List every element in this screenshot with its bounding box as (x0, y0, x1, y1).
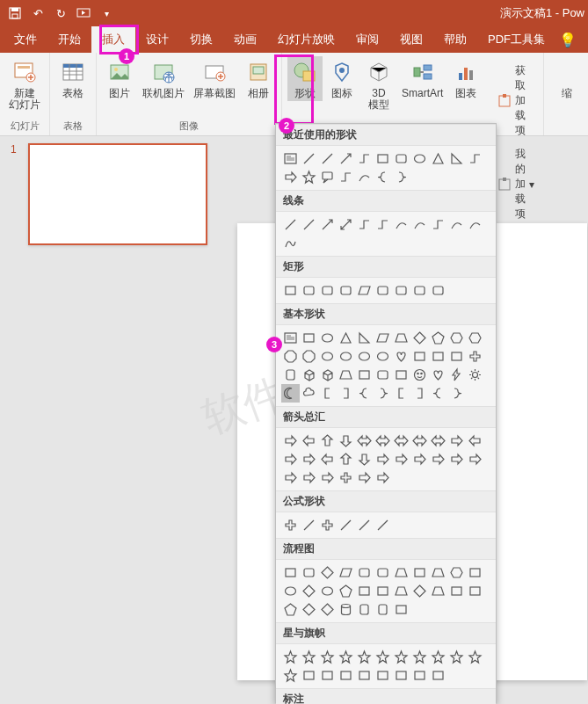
shape-heart[interactable] (392, 347, 410, 366)
shape-star[interactable] (318, 648, 337, 666)
shape-star[interactable] (374, 648, 392, 666)
shape-rect[interactable] (429, 666, 447, 685)
start-from-beginning-button[interactable] (74, 4, 93, 23)
shape-larr[interactable] (318, 450, 337, 468)
shape-lbrace[interactable] (355, 384, 374, 403)
tab-animations[interactable]: 动画 (223, 26, 267, 53)
shape-roundrect[interactable] (337, 281, 355, 300)
tab-review[interactable]: 审阅 (345, 26, 389, 53)
shape-smiley[interactable] (410, 366, 429, 384)
shape-oval[interactable] (281, 582, 300, 600)
shape-elbow[interactable] (355, 149, 374, 168)
shape-rbrace[interactable] (392, 168, 410, 186)
shape-rarr[interactable] (355, 468, 374, 487)
shape-roundrect[interactable] (429, 281, 447, 300)
shape-line[interactable] (300, 149, 318, 168)
shape-rtri[interactable] (447, 149, 466, 168)
tab-view[interactable]: 视图 (389, 26, 433, 53)
shape-star[interactable] (466, 648, 484, 666)
shape-oval[interactable] (318, 347, 337, 366)
tell-me-button[interactable]: 💡 (555, 26, 580, 53)
shape-lrarr[interactable] (374, 432, 392, 450)
shape-star[interactable] (410, 648, 429, 666)
shape-hex[interactable] (447, 563, 466, 582)
shape-trap[interactable] (429, 563, 447, 582)
shape-heart[interactable] (429, 366, 447, 384)
shape-elbow[interactable] (429, 215, 447, 234)
tab-file[interactable]: 文件 (4, 26, 47, 53)
shape-roundrect[interactable] (300, 281, 318, 300)
shape-lbrace[interactable] (429, 384, 447, 403)
shape-elbow[interactable] (355, 215, 374, 234)
shape-roundrect[interactable] (374, 563, 392, 582)
shape-hex[interactable] (447, 329, 466, 347)
my-addins-button[interactable]: 我的加载项 ▾ (494, 145, 538, 223)
shape-elbow[interactable] (374, 215, 392, 234)
shape-rtri[interactable] (355, 329, 374, 347)
shape-cloud[interactable] (300, 384, 318, 403)
icons-button[interactable]: 图标 (324, 56, 359, 101)
shape-can[interactable] (374, 600, 392, 619)
table-button[interactable]: 表格 (55, 56, 91, 101)
shape-curve[interactable] (410, 215, 429, 234)
shape-lrarr[interactable] (392, 432, 410, 450)
shape-plus[interactable] (281, 516, 300, 534)
shape-star[interactable] (447, 648, 466, 666)
tab-slideshow[interactable]: 幻灯片放映 (267, 26, 345, 53)
shape-pent[interactable] (337, 582, 355, 600)
qat-customize-button[interactable]: ▾ (97, 4, 116, 23)
tab-design[interactable]: 设计 (135, 26, 179, 53)
shape-larr[interactable] (300, 432, 318, 450)
shape-rarr[interactable] (318, 468, 337, 487)
shape-larr[interactable] (466, 432, 484, 450)
shape-can[interactable] (281, 366, 300, 384)
tab-help[interactable]: 帮助 (433, 26, 477, 53)
shape-plus[interactable] (318, 516, 337, 534)
shape-star[interactable] (300, 168, 318, 186)
shape-rect[interactable] (300, 666, 318, 685)
shape-rect[interactable] (466, 582, 484, 600)
shape-diamond[interactable] (410, 582, 429, 600)
shape-star[interactable] (429, 648, 447, 666)
shape-star[interactable] (281, 648, 300, 666)
shape-rarr[interactable] (429, 450, 447, 468)
smartart-button[interactable]: SmartArt (398, 56, 446, 101)
get-addins-button[interactable]: 获取加载项 (494, 62, 538, 140)
shape-rect[interactable] (466, 563, 484, 582)
shape-rarr[interactable] (281, 432, 300, 450)
shape-plus[interactable] (466, 347, 484, 366)
undo-button[interactable]: ↶ (28, 4, 47, 23)
shape-tri[interactable] (337, 329, 355, 347)
shape-tri[interactable] (429, 149, 447, 168)
shape-rarr[interactable] (374, 450, 392, 468)
shape-arrow[interactable] (337, 149, 355, 168)
shape-rect[interactable] (374, 582, 392, 600)
shape-trap[interactable] (337, 366, 355, 384)
3d-models-button[interactable]: 3D 模型 (361, 56, 396, 112)
shape-rect[interactable] (447, 582, 466, 600)
shape-oval[interactable] (318, 582, 337, 600)
shape-curve[interactable] (392, 215, 410, 234)
online-pictures-button[interactable]: 联机图片 (139, 56, 188, 101)
slide-thumbnail-1[interactable] (28, 143, 207, 245)
shape-rect[interactable] (447, 347, 466, 366)
shape-rarr[interactable] (447, 432, 466, 450)
shape-lbrace[interactable] (374, 168, 392, 186)
shape-rarr[interactable] (300, 468, 318, 487)
shape-parallelo[interactable] (337, 563, 355, 582)
tab-home[interactable]: 开始 (47, 26, 91, 53)
shape-darrow[interactable] (337, 215, 355, 234)
shape-line[interactable] (281, 215, 300, 234)
shape-rect[interactable] (392, 366, 410, 384)
shape-rect[interactable] (355, 366, 374, 384)
shape-cube[interactable] (300, 366, 318, 384)
shape-rect[interactable] (410, 666, 429, 685)
shape-rarr[interactable] (281, 450, 300, 468)
shape-cube[interactable] (318, 366, 337, 384)
shape-curve[interactable] (447, 215, 466, 234)
album-button[interactable]: 相册 (241, 56, 276, 101)
shape-star[interactable] (300, 648, 318, 666)
shape-rect[interactable] (355, 666, 374, 685)
shape-diamond[interactable] (300, 582, 318, 600)
shape-scrib[interactable] (281, 234, 300, 252)
